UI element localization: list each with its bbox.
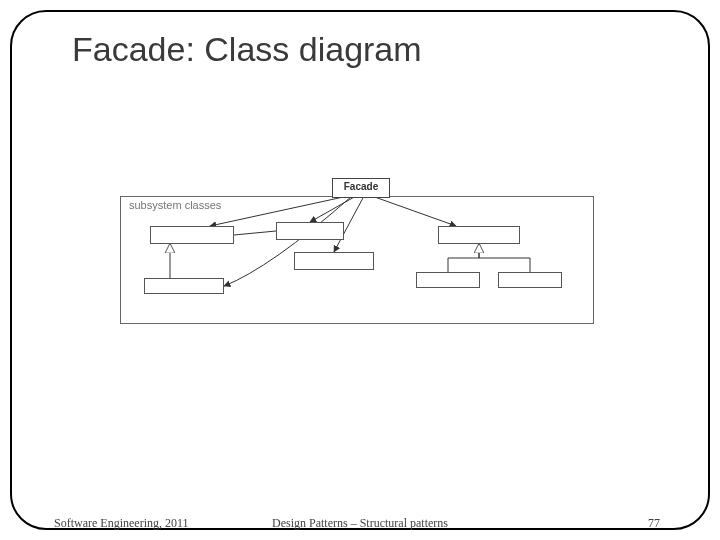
class-box-c3 (294, 252, 374, 270)
footer-center: Design Patterns – Structural patterns (0, 516, 720, 531)
facade-class: Facade (332, 178, 390, 198)
diagram-connectors (120, 178, 594, 324)
footer-right: 77 (648, 516, 660, 531)
class-box-c6 (416, 272, 480, 288)
slide-title: Facade: Class diagram (72, 30, 422, 69)
class-box-c5 (438, 226, 520, 244)
class-box-c4 (144, 278, 224, 294)
svg-line-3 (372, 196, 456, 226)
class-box-c1 (150, 226, 234, 244)
svg-line-4 (234, 231, 276, 235)
class-box-c7 (498, 272, 562, 288)
svg-line-1 (310, 196, 356, 222)
slide: Facade: Class diagram subsystem classes … (0, 0, 720, 540)
class-box-c2 (276, 222, 344, 240)
facade-class-diagram: subsystem classes Facade (120, 178, 594, 324)
